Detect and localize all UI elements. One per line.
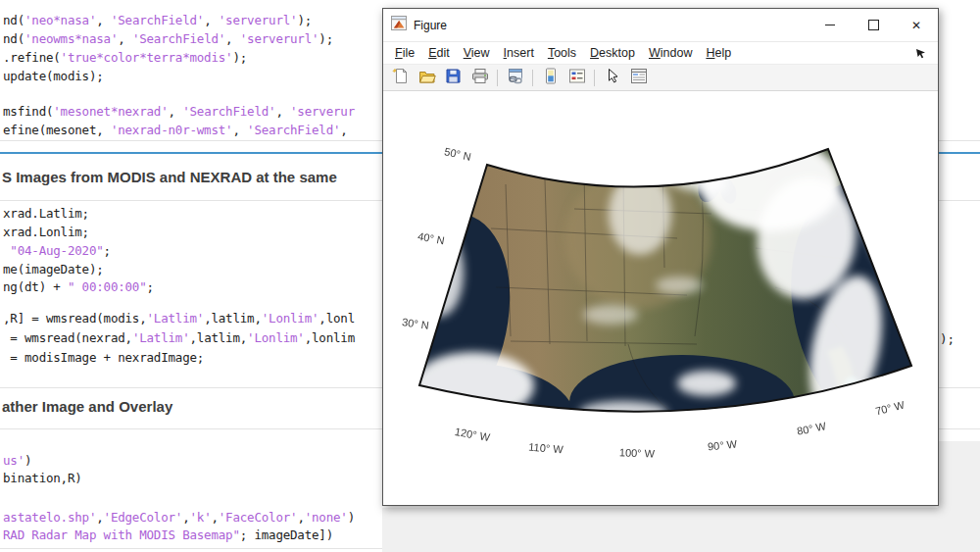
print-figure-icon	[471, 68, 489, 87]
code-line: me(imageDate);	[3, 260, 104, 278]
code-text: msfind(	[3, 104, 53, 119]
code-text: update(modis);	[3, 69, 104, 83]
code-line: astatelo.shp','EdgeColor','k','FaceColor…	[3, 508, 355, 527]
code-line: ng(dt) + " 00:00:00";	[3, 277, 154, 296]
code-text: me(imageDate);	[3, 262, 104, 276]
menu-item-file[interactable]: File	[388, 42, 421, 64]
code-text: );	[297, 13, 312, 27]
code-text: ,	[96, 13, 111, 27]
code-text: ,lonlim	[305, 330, 355, 345]
code-line: "04-Aug-2020";	[3, 241, 111, 260]
code-string: 'EdgeColor'	[104, 510, 183, 525]
code-text: )	[348, 510, 355, 525]
menu-item-edit[interactable]: Edit	[421, 42, 457, 64]
window-title: Figure	[414, 19, 808, 32]
toolbar-separator	[497, 70, 498, 86]
code-text: ,	[232, 123, 247, 137]
code-text: ,	[118, 31, 132, 46]
link-plot-icon	[507, 68, 524, 87]
desktop-background	[938, 441, 980, 552]
maximize-icon	[868, 20, 879, 30]
menu-item-help[interactable]: Help	[699, 42, 738, 64]
code-string: RAD Radar Map with MODIS Basemap"	[3, 527, 240, 542]
code-string: 'true*color*terra*modis'	[61, 50, 233, 65]
code-text: ,	[225, 31, 240, 46]
figure-title-bar[interactable]: Figure ✕	[383, 9, 938, 42]
code-text: = wmsread(nexrad,	[3, 330, 132, 345]
code-text: nd(	[3, 13, 24, 27]
code-string: 'k'	[189, 510, 211, 525]
code-text: ,	[204, 13, 219, 27]
code-string: " 00:00:00"	[68, 279, 147, 294]
code-text: ; imageDate])	[240, 527, 333, 542]
code-text: = modisImage + nexradImage;	[3, 350, 204, 365]
code-text: nd(	[3, 31, 24, 46]
save-figure-button[interactable]	[441, 67, 466, 88]
minimize-button[interactable]	[808, 9, 852, 41]
code-text: xrad.Lonlim;	[3, 225, 89, 239]
menu-item-view[interactable]: View	[457, 42, 497, 64]
menu-item-desktop[interactable]: Desktop	[583, 42, 642, 64]
minimize-icon	[825, 25, 835, 25]
figure-toolbar	[383, 65, 938, 91]
close-button[interactable]: ✕	[895, 9, 938, 41]
figure-canvas: 50° N40° N30° N120° W110° W100° W90° W80…	[383, 91, 938, 505]
code-text: ,	[297, 510, 304, 525]
code-text: ,	[211, 510, 218, 525]
code-text: .refine(	[3, 50, 61, 65]
code-text: ,	[169, 104, 183, 119]
menu-item-tools[interactable]: Tools	[541, 42, 583, 64]
code-line: bination,R)	[3, 469, 82, 487]
new-figure-icon	[392, 68, 409, 87]
code-string: 'SearchField'	[132, 31, 225, 46]
insert-colorbar-icon	[544, 68, 558, 87]
maximize-button[interactable]	[852, 9, 895, 41]
code-line: xrad.Lonlim;	[3, 223, 89, 241]
property-inspector-button[interactable]	[626, 67, 651, 88]
code-text: ,	[96, 510, 103, 525]
edit-plot-icon	[606, 68, 619, 87]
code-string: us'	[3, 453, 24, 468]
editor-code-panel[interactable]: nd('neo*nasa', 'SearchField', 'serverurl…	[0, 0, 383, 552]
code-text: efine(mesonet,	[3, 123, 111, 137]
code-string: 'SearchField'	[111, 13, 204, 27]
open-file-icon	[418, 68, 436, 87]
toolbar-separator	[594, 70, 595, 86]
code-line: update(modis);	[3, 67, 104, 85]
save-figure-icon	[445, 68, 462, 87]
insert-colorbar-button[interactable]	[538, 67, 563, 88]
code-text: );	[318, 31, 333, 46]
desktop-background	[382, 508, 980, 552]
code-line: RAD Radar Map with MODIS Basemap"; image…	[3, 526, 333, 544]
code-text: ,latlim,	[204, 311, 262, 326]
code-line: = modisImage + nexradImage;	[3, 348, 204, 367]
close-icon: ✕	[911, 20, 921, 31]
code-text: ;	[104, 243, 111, 258]
code-string: "04-Aug-2020"	[10, 243, 103, 258]
code-line: = wmsread(nexrad,'Latlim',latlim,'Lonlim…	[3, 328, 355, 347]
code-string: 'Latlim'	[147, 311, 205, 326]
code-text: xrad.Latlim;	[3, 206, 89, 221]
mouse-cursor	[915, 45, 927, 63]
code-string: 'Latlim'	[132, 330, 190, 345]
code-line: nd('neowms*nasa', 'SearchField', 'server…	[3, 29, 333, 48]
figure-window: Figure ✕ FileEditViewInsertToolsDesktopW…	[382, 8, 939, 506]
code-string: 'serverurl'	[240, 31, 319, 46]
code-string: 'Lonlim'	[262, 311, 319, 326]
property-inspector-icon	[630, 68, 648, 87]
link-plot-button[interactable]	[503, 67, 527, 88]
toolbar-separator	[532, 70, 533, 86]
menu-item-insert[interactable]: Insert	[497, 42, 541, 64]
code-line: ,R] = wmsread(modis,'Latlim',latlim,'Lon…	[3, 309, 355, 327]
code-text: ,	[340, 123, 347, 137]
edit-plot-button[interactable]	[600, 67, 624, 88]
new-figure-button[interactable]	[388, 67, 413, 88]
print-figure-button[interactable]	[467, 67, 492, 88]
menu-item-window[interactable]: Window	[642, 42, 699, 64]
open-file-button[interactable]	[415, 67, 439, 88]
insert-legend-button[interactable]	[564, 67, 589, 88]
code-string: 'SearchField'	[182, 104, 275, 119]
code-line-overflow: );	[940, 329, 955, 348]
code-text: ng(dt) +	[3, 279, 68, 294]
code-string: 'FaceColor'	[219, 510, 298, 525]
